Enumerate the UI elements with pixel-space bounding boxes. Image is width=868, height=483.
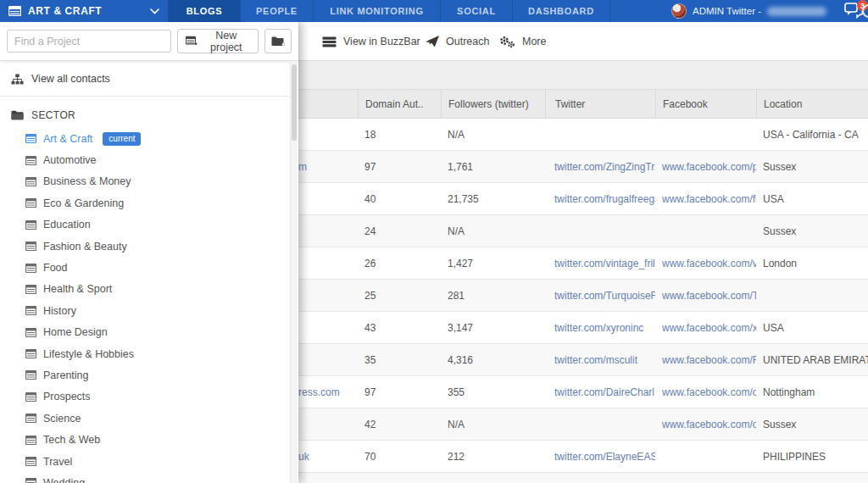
cell-facebook-link[interactable]: [655, 441, 756, 472]
folder-icon: [11, 110, 24, 120]
cell-followers: N/A: [441, 408, 545, 440]
cell-twitter-link[interactable]: [545, 119, 655, 150]
cell-twitter-link[interactable]: twitter.com/ZingZingTr...: [545, 151, 655, 182]
sector-tree-item[interactable]: Health & Sport current: [0, 279, 298, 300]
view-in-buzzbar-button[interactable]: View in BuzzBar: [322, 22, 420, 61]
cell-facebook-link[interactable]: www.facebook.com/pa...: [655, 151, 756, 182]
cell-location: Nottingham: [756, 376, 868, 408]
tab-dashboard[interactable]: DASHBOARD: [512, 0, 609, 22]
cell-facebook-link[interactable]: www.facebook.com/Ria...: [655, 344, 756, 375]
cell-twitter-link[interactable]: twitter.com/xyroninc: [545, 312, 655, 343]
column-header-location[interactable]: Location: [756, 90, 868, 118]
add-folder-button[interactable]: [264, 29, 292, 53]
cell-followers: N/A: [441, 215, 545, 247]
table-icon: [8, 6, 21, 16]
sector-tree-item[interactable]: Food current: [0, 257, 298, 278]
sector-tree-item[interactable]: Parenting current: [0, 364, 298, 386]
sector-tree-item[interactable]: Home Design current: [0, 322, 298, 343]
table-icon: [25, 285, 36, 294]
tab-social[interactable]: SOCIAL: [440, 0, 512, 22]
sector-tree-item[interactable]: Business & Money current: [0, 171, 298, 192]
table-icon: [25, 478, 36, 483]
table-icon: [25, 242, 36, 251]
tab-blogs[interactable]: BLOGS: [168, 0, 240, 22]
user-name: ADMIN Twitter -: [693, 6, 761, 16]
sector-tree-item[interactable]: Science current: [0, 408, 298, 429]
panel-scrollbar-thumb[interactable]: [292, 64, 297, 141]
view-all-contacts-label: View all contacts: [31, 73, 110, 85]
cell-facebook-link[interactable]: [655, 119, 756, 150]
cell-twitter-link[interactable]: twitter.com/msculit: [545, 344, 655, 375]
column-header-facebook[interactable]: Facebook: [655, 90, 756, 118]
cell-followers: [441, 473, 545, 483]
cell-domain-authority: 26: [358, 247, 441, 279]
sector-folder[interactable]: SECTOR: [0, 104, 298, 126]
cell-facebook-link[interactable]: www.facebook.com/on...: [655, 408, 756, 440]
paper-plane-icon: [426, 36, 439, 47]
project-selector[interactable]: ART & CRAFT: [0, 0, 168, 22]
sector-item-label: Education: [43, 219, 91, 230]
more-button[interactable]: More: [499, 22, 546, 61]
sector-tree-item[interactable]: Travel current: [0, 451, 298, 472]
cell-followers: 3,147: [441, 312, 545, 343]
panel-scrollbar[interactable]: [290, 61, 298, 483]
cell-twitter-link[interactable]: twitter.com/ElayneEAS: [545, 441, 655, 472]
find-project-input[interactable]: [7, 30, 171, 53]
cell-twitter-link[interactable]: twitter.com/vintage_frills: [545, 247, 655, 279]
panel-divider: [0, 96, 298, 97]
outreach-button[interactable]: Outreach: [426, 22, 489, 61]
user-menu[interactable]: ADMIN Twitter - 3: [671, 0, 868, 22]
sector-tree-item[interactable]: Tech & Web current: [0, 429, 298, 450]
avatar: [671, 3, 687, 19]
outreach-label: Outreach: [446, 36, 489, 47]
sector-tree-item[interactable]: Automotive current: [0, 149, 298, 170]
sector-item-label: Art & Craft: [43, 133, 92, 145]
cell-facebook-link[interactable]: [655, 215, 756, 247]
sector-tree-item[interactable]: Art & Craft current: [0, 128, 298, 149]
cell-followers: 1,427: [441, 247, 545, 279]
cell-location: Sussex: [756, 215, 868, 247]
sector-tree-item[interactable]: Fashion & Beauty current: [0, 236, 298, 257]
column-header-domain-authority[interactable]: Domain Aut..: [358, 90, 441, 118]
sector-item-label: Eco & Gardening: [43, 197, 124, 209]
column-header-twitter[interactable]: Twitter: [545, 90, 655, 118]
sector-tree-item[interactable]: Education current: [0, 214, 298, 236]
sector-item-label: Home Design: [43, 326, 108, 338]
cell-facebook-link[interactable]: www.facebook.com/xyr...: [655, 312, 756, 343]
cell-domain-authority: 97: [358, 151, 441, 182]
cell-twitter-link[interactable]: twitter.com/frugalfreegal: [545, 183, 655, 214]
sector-tree-item[interactable]: Wedding current: [0, 472, 298, 483]
cell-domain-authority: 97: [358, 376, 441, 408]
sector-tree-item[interactable]: History current: [0, 300, 298, 321]
view-all-contacts[interactable]: View all contacts: [0, 65, 298, 92]
cell-facebook-link[interactable]: www.facebook.com/vin...: [655, 247, 756, 279]
sector-tree-item[interactable]: Lifestyle & Hobbies current: [0, 343, 298, 364]
tab-link-monitoring[interactable]: LINK MONITORING: [313, 0, 440, 22]
cell-facebook-link[interactable]: [655, 473, 756, 483]
sector-tree-item[interactable]: Eco & Gardening current: [0, 192, 298, 214]
table-plus-icon: [186, 36, 198, 47]
new-project-button[interactable]: New project: [177, 29, 259, 53]
cell-twitter-link[interactable]: twitter.com/TurquoiseFl...: [545, 280, 655, 311]
chevron-down-icon: [150, 8, 159, 14]
more-label: More: [522, 36, 546, 47]
project-dropdown-panel: New project View all contacts: [0, 22, 298, 483]
new-project-label: New project: [203, 30, 250, 53]
cell-facebook-link[interactable]: www.facebook.com/fru...: [655, 183, 756, 214]
cell-twitter-link[interactable]: twitter.com/DaireCharl...: [545, 376, 655, 408]
cell-location: UNITED ARAB EMIRATES: [756, 344, 868, 375]
cell-followers: 212: [441, 441, 545, 472]
tab-people[interactable]: PEOPLE: [240, 0, 313, 22]
table-icon: [25, 220, 36, 230]
cell-twitter-link[interactable]: [545, 473, 655, 483]
cell-domain-authority: 18: [358, 119, 441, 150]
cell-domain-authority: 43: [358, 312, 441, 343]
cell-facebook-link[interactable]: www.facebook.com/op...: [655, 376, 756, 408]
sector-tree-item[interactable]: Prospects current: [0, 386, 298, 408]
cell-twitter-link[interactable]: [545, 408, 655, 440]
cell-facebook-link[interactable]: www.facebook.com/Tu...: [655, 280, 756, 311]
column-header-followers[interactable]: Followers (twitter): [441, 90, 545, 118]
cell-domain-authority: 24: [358, 215, 441, 247]
table-icon: [25, 370, 36, 380]
cell-twitter-link[interactable]: [545, 215, 655, 247]
